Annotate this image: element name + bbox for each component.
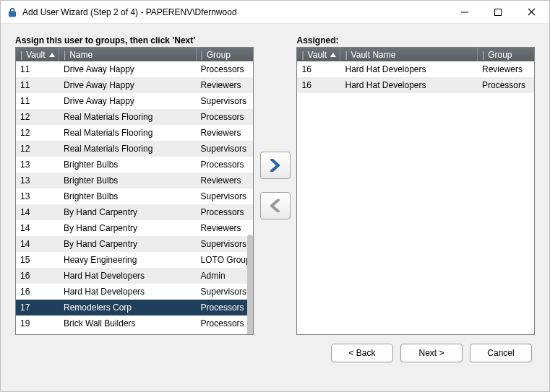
cell-group: LOTO Group [197, 255, 253, 265]
cell-vault: 13 [16, 160, 59, 170]
cell-group: Processors [197, 112, 253, 122]
table-row[interactable]: 17Remodelers CorpProcessors [16, 300, 253, 315]
cell-group: Admin [197, 271, 253, 281]
table-row[interactable]: 14By Hand CarpentryProcessors [16, 204, 253, 220]
content-area: Assign this user to groups, then click '… [1, 24, 549, 391]
cell-vault: 12 [16, 112, 59, 122]
cell-group: Reviewers [197, 223, 253, 233]
table-row[interactable]: 15Heavy EngineeringLOTO Group [16, 252, 253, 268]
table-row[interactable]: 14By Hand CarpentryReviewers [16, 220, 253, 236]
cell-group: Processors [197, 318, 253, 328]
cell-name: Hard Hat Developers [340, 80, 478, 90]
col-name-header[interactable]: |Vault Name [340, 48, 478, 61]
cell-group: Processors [197, 64, 253, 74]
next-button[interactable]: Next > [400, 344, 463, 362]
cell-group: Reviewers [197, 175, 253, 186]
svg-rect-1 [495, 9, 502, 15]
assigned-groups-list[interactable]: |Vault |Vault Name |Group 16Hard Hat Dev… [296, 47, 535, 335]
chevron-right-icon [270, 159, 281, 172]
cell-name: Remodelers Corp [59, 302, 197, 313]
assigned-groups-label: Assigned: [296, 35, 535, 45]
table-row[interactable]: 12Real Materials FlooringReviewers [16, 125, 253, 141]
col-vault-header[interactable]: |Vault [16, 48, 59, 61]
window-controls [448, 1, 548, 23]
cell-name: Brighter Bulbs [59, 191, 197, 201]
table-row[interactable]: 16Hard Hat DevelopersProcessors [297, 77, 534, 93]
cell-vault: 14 [16, 207, 59, 217]
titlebar: Add User Wizard (Step 2 of 4) - PAPERENV… [1, 1, 549, 24]
available-groups-list[interactable]: |Vault |Name |Group 11Drive Away HappyPr… [15, 47, 254, 335]
cell-name: Drive Away Happy [59, 64, 197, 74]
cell-vault: 19 [16, 318, 59, 328]
col-group-header[interactable]: |Group [478, 48, 534, 61]
cell-name: By Hand Carpentry [59, 207, 197, 217]
cell-group: Supervisors [197, 144, 253, 154]
add-button[interactable] [260, 152, 291, 179]
table-row[interactable]: 12Real Materials FlooringSupervisors [16, 141, 253, 157]
close-button[interactable] [515, 1, 548, 23]
minimize-button[interactable] [448, 1, 481, 23]
table-row[interactable]: 19Brick Wall BuildersProcessors [16, 315, 253, 331]
cell-name: Brighter Bulbs [59, 160, 197, 170]
cell-vault: 16 [297, 80, 340, 90]
table-row[interactable]: 16Hard Hat DevelopersSupervisors [16, 284, 253, 300]
maximize-button[interactable] [481, 1, 515, 23]
cell-vault: 14 [16, 239, 59, 249]
table-row[interactable]: 16Hard Hat DevelopersReviewers [297, 61, 534, 77]
back-button[interactable]: < Back [331, 344, 393, 362]
cell-vault: 16 [16, 287, 59, 297]
cell-group: Supervisors [197, 191, 253, 201]
cell-vault: 11 [16, 80, 59, 90]
table-row[interactable]: 13Brighter BulbsReviewers [16, 173, 253, 188]
table-row[interactable]: 14By Hand CarpentrySupervisors [16, 236, 253, 252]
cell-group: Processors [197, 302, 253, 313]
cell-group: Processors [197, 207, 253, 217]
cell-name: Hard Hat Developers [59, 287, 197, 297]
table-row[interactable]: 13Brighter BulbsSupervisors [16, 188, 253, 204]
col-vault-header[interactable]: |Vault [297, 48, 340, 61]
available-groups-label: Assign this user to groups, then click '… [15, 35, 254, 45]
table-row[interactable]: 11Drive Away HappyReviewers [16, 77, 253, 93]
cell-vault: 11 [16, 64, 59, 74]
cancel-button[interactable]: Cancel [470, 344, 532, 362]
scrollbar-thumb[interactable] [247, 235, 253, 334]
cell-name: By Hand Carpentry [59, 239, 197, 249]
col-name-header[interactable]: |Name [59, 48, 197, 61]
available-columns-header[interactable]: |Vault |Name |Group [16, 48, 253, 61]
cell-group: Processors [197, 160, 253, 170]
cell-group: Reviewers [478, 64, 534, 74]
table-row[interactable]: 16Hard Hat DevelopersAdmin [16, 268, 253, 284]
table-row[interactable]: 11Drive Away HappyProcessors [16, 61, 253, 77]
cell-vault: 15 [16, 255, 59, 265]
col-group-header[interactable]: |Group [197, 48, 253, 61]
table-row[interactable]: 12Real Materials FlooringProcessors [16, 109, 253, 125]
cell-vault: 16 [16, 271, 59, 281]
cell-name: Drive Away Happy [59, 96, 197, 106]
cell-vault: 11 [16, 96, 59, 106]
cell-vault: 12 [16, 144, 59, 154]
cell-name: Hard Hat Developers [59, 271, 197, 281]
cell-name: Drive Away Happy [59, 80, 197, 90]
cell-group: Processors [478, 80, 534, 90]
cell-vault: 17 [16, 302, 59, 313]
cell-name: Real Materials Flooring [59, 128, 197, 138]
cell-group: Reviewers [197, 80, 253, 90]
cell-name: Brick Wall Builders [59, 318, 197, 328]
cell-vault: 13 [16, 191, 59, 201]
sort-asc-icon [49, 53, 55, 57]
assigned-columns-header[interactable]: |Vault |Vault Name |Group [297, 48, 534, 61]
cell-vault: 16 [297, 64, 340, 74]
cell-group: Supervisors [197, 96, 253, 106]
remove-button[interactable] [260, 192, 291, 219]
table-row[interactable]: 13Brighter BulbsProcessors [16, 157, 253, 173]
chevron-left-icon [270, 199, 281, 212]
available-groups-panel: Assign this user to groups, then click '… [15, 35, 254, 335]
cell-name: By Hand Carpentry [59, 223, 197, 233]
cell-group: Reviewers [197, 128, 253, 138]
lock-icon [7, 6, 18, 18]
cell-vault: 14 [16, 223, 59, 233]
table-row[interactable]: 11Drive Away HappySupervisors [16, 93, 253, 109]
wizard-footer: < Back Next > Cancel [15, 335, 535, 365]
assigned-groups-panel: Assigned: |Vault |Vault Name |Group 16Ha… [296, 35, 535, 335]
cell-vault: 13 [16, 175, 59, 186]
